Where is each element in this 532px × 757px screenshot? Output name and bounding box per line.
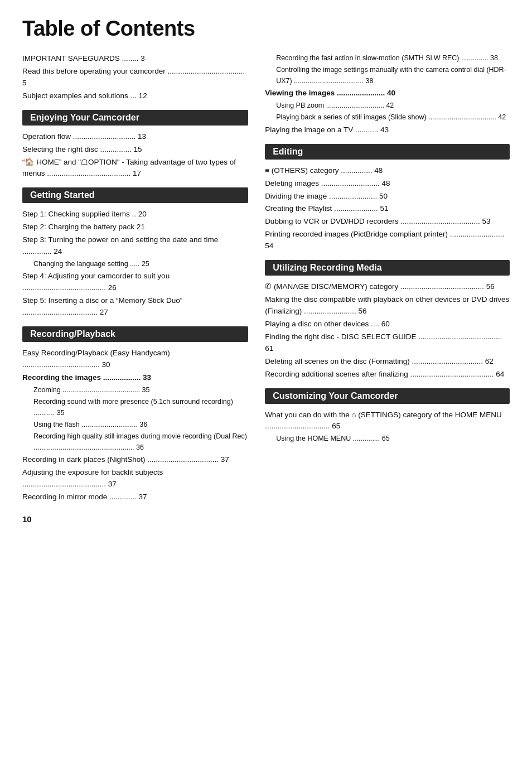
list-item: Step 1: Checking supplied items .. 20 (22, 209, 248, 220)
list-item: Zooming ................................… (22, 385, 248, 396)
list-item: Subject examples and solutions ... 12 (22, 90, 248, 102)
list-item: Selecting the right disc ...............… (22, 144, 248, 156)
section-items: Step 1: Checking supplied items .. 20Ste… (22, 209, 248, 319)
list-item: Easy Recording/Playback (Easy Handycam) … (22, 348, 248, 371)
section-utilizing-recording-media: Utilizing Recording Media✆ (MANAGE DISC/… (265, 260, 510, 380)
list-item: Step 2: Charging the battery pack 21 (22, 221, 248, 233)
list-item: Recording the fast action in slow-motion… (265, 53, 510, 64)
section-header: Recording/Playback (22, 326, 248, 342)
list-item: Playing back a series of still images (S… (265, 112, 510, 123)
section-items: What you can do with the ⌂ (SETTINGS) ca… (265, 409, 510, 445)
left-column: IMPORTANT SAFEGUARDS ........ 3Read this… (22, 53, 248, 524)
section-items: ≡ (OTHERS) category ............... 48De… (265, 165, 510, 252)
list-item: What you can do with the ⌂ (SETTINGS) ca… (265, 409, 510, 433)
list-item: Creating the Playlist ..................… (265, 203, 510, 215)
list-item: Step 4: Adjusting your camcorder to suit… (22, 271, 248, 294)
list-item: Finding the right disc - DISC SELECT GUI… (265, 331, 510, 355)
list-item: Deleting images ........................… (265, 178, 510, 190)
right-top-entries: Recording the fast action in slow-motion… (265, 53, 510, 136)
right-column: Recording the fast action in slow-motion… (265, 53, 510, 524)
section-items: Easy Recording/Playback (Easy Handycam) … (22, 348, 248, 503)
list-item: Viewing the images .....................… (265, 88, 510, 99)
list-item: Recording in dark places (NightShot) ...… (22, 454, 248, 466)
list-item: Recording the images .................. … (22, 372, 248, 384)
list-item: Recording in mirror mode ............. 3… (22, 491, 248, 503)
list-item: Making the disc compatible with playback… (265, 294, 510, 317)
list-item: Dubbing to VCR or DVD/HDD recorders ....… (265, 216, 510, 228)
list-item: Recording high quality still images duri… (22, 431, 248, 453)
page-title: Table of Contents (22, 17, 510, 41)
list-item: ≡ (OTHERS) category ............... 48 (265, 165, 510, 177)
list-item: Read this before operating your camcorde… (22, 66, 248, 89)
list-item: Deleting all scenes on the disc (Formatt… (265, 356, 510, 368)
list-item: ✆ (MANAGE DISC/MEMORY) category ........… (265, 281, 510, 293)
section-customizing-your-camcorder: Customizing Your CamcorderWhat you can d… (265, 388, 510, 445)
section-editing: Editing≡ (OTHERS) category .............… (265, 144, 510, 252)
list-item: Using the flash ........................… (22, 420, 248, 430)
section-enjoying-your-camcorder: Enjoying Your CamcorderOperation flow ..… (22, 110, 248, 180)
section-header: Enjoying Your Camcorder (22, 110, 248, 126)
list-item: Playing a disc on other devices .... 60 (265, 319, 510, 330)
section-items: ✆ (MANAGE DISC/MEMORY) category ........… (265, 281, 510, 380)
list-item: Adjusting the exposure for backlit subje… (22, 467, 248, 490)
list-item: Controlling the image settings manually … (265, 65, 510, 86)
top-entries: IMPORTANT SAFEGUARDS ........ 3Read this… (22, 53, 248, 102)
list-item: Playing the image on a TV ........... 43 (265, 124, 510, 136)
section-recordingplayback: Recording/PlaybackEasy Recording/Playbac… (22, 326, 248, 503)
list-item: Using the HOME MENU .............. 65 (265, 433, 510, 444)
list-item: Changing the language setting ..... 25 (22, 259, 248, 269)
section-header: Editing (265, 144, 510, 160)
list-item: Step 3: Turning the power on and setting… (22, 234, 248, 258)
page-number: 10 (22, 514, 248, 524)
list-item: Recording additional scenes after finali… (265, 369, 510, 380)
list-item: Using PB zoom ..........................… (265, 100, 510, 111)
section-header: Utilizing Recording Media (265, 260, 510, 276)
list-item: Printing recorded images (PictBridge com… (265, 229, 510, 252)
list-item: Recording sound with more presence (5.1c… (22, 397, 248, 418)
section-header: Customizing Your Camcorder (265, 388, 510, 404)
list-item: “🏠 HOME” and "☖OPTION" - Taking advantag… (22, 157, 248, 180)
list-item: Step 5: Inserting a disc or a “Memory St… (22, 295, 248, 319)
list-item: IMPORTANT SAFEGUARDS ........ 3 (22, 53, 248, 65)
section-header: Getting Started (22, 187, 248, 203)
section-getting-started: Getting StartedStep 1: Checking supplied… (22, 187, 248, 319)
list-item: Dividing the image .....................… (265, 191, 510, 202)
list-item: Operation flow .........................… (22, 131, 248, 143)
section-items: Operation flow .........................… (22, 131, 248, 180)
